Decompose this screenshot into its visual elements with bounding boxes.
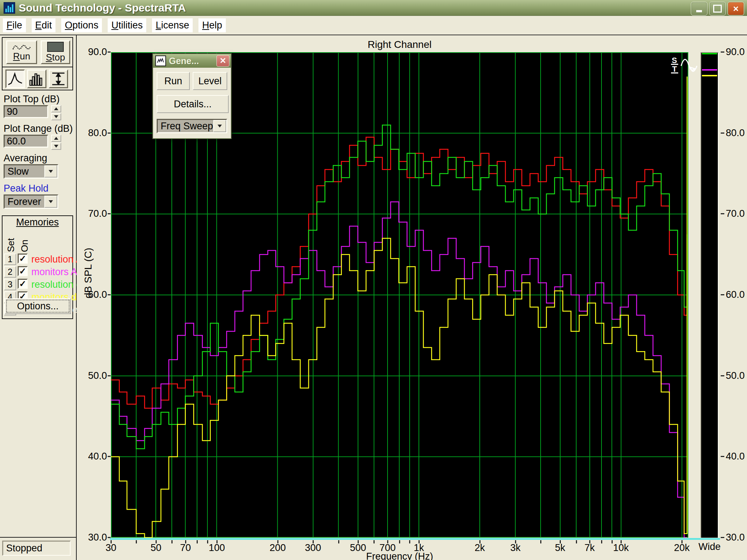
- bars-view-button[interactable]: [27, 70, 46, 88]
- y-tick-label: 50.0: [78, 370, 107, 381]
- control-sidebar: Run Stop: [0, 35, 77, 560]
- peak-hold-select[interactable]: Forever: [4, 194, 58, 209]
- app-window: Sound Technology - SpectraRTA × File Edi…: [0, 0, 747, 560]
- spin-down-icon[interactable]: [51, 113, 61, 120]
- menu-license[interactable]: License: [152, 18, 193, 32]
- memory-on-checkbox[interactable]: ✓: [18, 279, 28, 289]
- set-column-label: Set: [5, 230, 17, 252]
- minimize-button[interactable]: [691, 2, 707, 15]
- memory-set-button[interactable]: 3: [4, 279, 16, 290]
- run-button-label: Run: [13, 51, 30, 62]
- meter-label: Wide: [694, 541, 725, 552]
- close-icon: ×: [733, 4, 738, 13]
- memory-label: monitors A4: [31, 266, 79, 278]
- generator-title: Gene...: [169, 56, 216, 66]
- memory-label: resolution A: [31, 254, 79, 265]
- maximize-button[interactable]: [709, 2, 726, 15]
- y-tick-label: 70.0: [78, 208, 107, 219]
- memory-row: 2 ✓ monitors A4: [4, 266, 72, 278]
- spin-down-icon[interactable]: [51, 143, 61, 150]
- menu-options[interactable]: Options: [61, 18, 102, 32]
- maximize-icon: [713, 5, 722, 13]
- spin-up-icon[interactable]: [51, 135, 61, 142]
- svg-text:T: T: [672, 64, 677, 73]
- memory-row: 3 ✓ resolution d: [4, 279, 72, 290]
- plot-range-spinner[interactable]: [51, 135, 61, 150]
- stop-button-label: Stop: [46, 52, 65, 63]
- y-tick-label: 50.0: [726, 370, 745, 381]
- memory-on-checkbox[interactable]: ✓: [18, 266, 28, 276]
- menu-file[interactable]: File: [3, 18, 26, 32]
- memories-options-button[interactable]: Options...: [5, 298, 71, 314]
- generator-mode-value: Freq Sweep: [158, 120, 213, 132]
- memory-label: resolution d: [31, 279, 79, 290]
- svg-text:S: S: [672, 56, 677, 65]
- vertical-range-icon: [51, 72, 66, 86]
- generator-title-bar[interactable]: Gene... ✕: [153, 54, 231, 68]
- status-bar: Stopped: [0, 537, 76, 560]
- generator-mode-select[interactable]: Freq Sweep: [157, 119, 227, 133]
- plot-top-label: Plot Top (dB): [4, 94, 60, 105]
- chevron-down-icon[interactable]: [44, 165, 57, 178]
- menu-utilities[interactable]: Utilities: [108, 18, 146, 32]
- close-button[interactable]: ×: [728, 2, 744, 15]
- peak-hold-value: Forever: [5, 196, 44, 208]
- menu-bar: File Edit Options Utilities License Help: [0, 16, 747, 35]
- generator-run-button[interactable]: Run: [157, 72, 190, 90]
- averaging-label: Averaging: [4, 153, 47, 164]
- y-tick-label: 60.0: [78, 289, 107, 300]
- spectrum-view-button[interactable]: [5, 70, 25, 88]
- plot-range-input[interactable]: 60.0: [4, 135, 48, 148]
- generator-icon: [155, 55, 166, 66]
- stop-button[interactable]: Stop: [41, 40, 70, 64]
- y-tick-label: 60.0: [726, 289, 745, 300]
- window-title: Sound Technology - SpectraRTA: [19, 2, 186, 14]
- menu-help[interactable]: Help: [198, 18, 226, 32]
- baseline-strip: [110, 538, 720, 540]
- close-icon: ✕: [220, 56, 226, 66]
- memory-on-checkbox[interactable]: ✓: [18, 254, 28, 264]
- memory-set-button[interactable]: 1: [4, 254, 16, 265]
- minimize-icon: [696, 10, 702, 12]
- y-tick-label: 90.0: [726, 46, 745, 58]
- plot-top-spinner[interactable]: [51, 105, 61, 120]
- status-text: Stopped: [2, 541, 71, 556]
- memories-header: Memories: [3, 217, 72, 228]
- y-tick-label: 30.0: [78, 532, 107, 543]
- x-axis-title: Frequency (Hz): [111, 551, 688, 560]
- plot-range-label: Plot Range (dB): [4, 123, 73, 134]
- level-meter: [701, 52, 719, 538]
- spin-up-icon[interactable]: [51, 105, 61, 112]
- analyzer-panel: Right Channel dB SPL (C) ST 90.080.070.0…: [77, 35, 747, 560]
- scale-view-button[interactable]: [49, 70, 68, 88]
- peak-hold-label: Peak Hold: [4, 183, 49, 194]
- spectrum-curve-icon: [8, 72, 23, 86]
- chart-title: Right Channel: [111, 39, 688, 50]
- plot-top-input[interactable]: 90: [4, 105, 48, 118]
- generator-close-button[interactable]: ✕: [216, 55, 229, 67]
- rta-bars-icon: [29, 72, 44, 86]
- y-tick-label: 70.0: [726, 208, 745, 219]
- memory-set-button[interactable]: 2: [4, 266, 16, 278]
- meter-peak-mark: [702, 69, 717, 71]
- meter-peak-mark: [702, 75, 717, 76]
- app-icon: [4, 2, 15, 14]
- transport-group: Run Stop: [2, 37, 73, 90]
- on-column-label: On: [19, 230, 30, 252]
- memory-row: 1 ✓ resolution A: [4, 254, 72, 265]
- menu-edit[interactable]: Edit: [32, 18, 56, 32]
- run-button[interactable]: Run: [6, 40, 37, 64]
- y-tick-label: 40.0: [78, 451, 107, 462]
- sine-wave-icon: [12, 43, 31, 51]
- generator-details-button[interactable]: Details...: [157, 95, 229, 113]
- stop-icon: [47, 42, 64, 52]
- y-tick-label: 40.0: [726, 451, 745, 462]
- y-tick-label: 30.0: [726, 532, 745, 543]
- generator-level-button[interactable]: Level: [193, 72, 227, 90]
- chevron-down-icon[interactable]: [44, 196, 57, 208]
- title-bar: Sound Technology - SpectraRTA ×: [0, 0, 747, 16]
- chevron-down-icon[interactable]: [213, 120, 226, 132]
- generator-dialog: Gene... ✕ Run Level Details... Freq Swee…: [152, 53, 232, 139]
- averaging-value: Slow: [5, 165, 44, 178]
- averaging-select[interactable]: Slow: [4, 164, 58, 179]
